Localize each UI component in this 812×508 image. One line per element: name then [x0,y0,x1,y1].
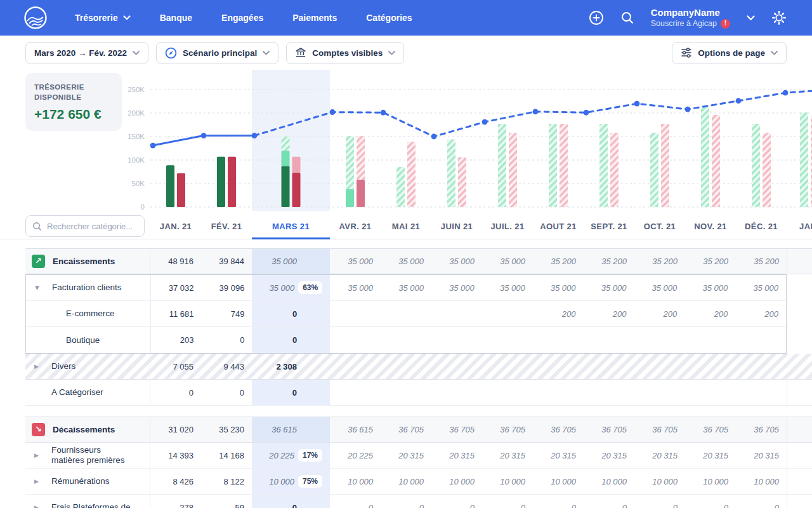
value-cell-fev-21[interactable]: 39 096 [202,275,252,300]
value-cell-avr-21[interactable]: 10 000 [330,469,381,494]
value-cell-avr-21[interactable]: 36 615 [330,417,381,442]
value-cell-d-c-21[interactable]: 36 705 [736,417,787,442]
value-cell-d-c-21[interactable] [736,354,787,379]
value-cell-aout-21[interactable]: 36 705 [533,417,584,442]
chevron-right-icon[interactable]: ▶ [34,478,42,485]
value-cell-jan-21[interactable]: 0 [150,380,201,405]
value-cell-mars-21-selected[interactable]: 0 [252,301,330,326]
menu-item-tresorerie[interactable]: Trésorerie [75,13,131,23]
period-selector[interactable]: Mars 2020 → Fév. 2022 [25,42,148,64]
month-column-sept-21[interactable]: SEPT. 21 [584,213,634,239]
subscribe-link[interactable]: Souscrire à Agicap ! [651,19,730,29]
menu-item-engagees[interactable]: Engagées [221,13,263,23]
value-cell-fev-21[interactable]: 749 [202,301,252,326]
value-cell-juil-21[interactable] [482,301,533,326]
chevron-right-icon[interactable]: ▶ [34,452,42,458]
value-cell-d-c-21[interactable] [736,380,787,405]
scenario-selector[interactable]: Scénario principal [156,42,278,64]
value-cell-mars-21-selected[interactable]: 35 00063% [252,275,330,300]
chevron-down-icon[interactable] [747,15,755,21]
category-label-cell[interactable]: ▼Facturation clients [26,275,151,300]
value-cell-juil-21[interactable]: 36 705 [482,417,533,442]
value-cell-oct-21[interactable]: 20 315 [634,443,685,468]
value-cell-juil-21[interactable] [482,327,533,353]
search-input[interactable] [47,222,136,231]
value-cell-juin-21[interactable]: 36 705 [431,417,482,442]
value-cell-aout-21[interactable]: 0 [533,495,584,508]
value-cell-sept-21[interactable]: 36 705 [584,417,634,442]
value-cell-aout-21[interactable]: 35 200 [533,249,584,274]
value-cell-avr-21[interactable] [330,380,381,405]
value-cell-fev-21[interactable]: 39 844 [201,249,252,274]
month-column-mai-21[interactable]: MAI 21 [381,213,431,239]
value-cell-mai-21[interactable] [381,380,431,405]
value-cell-d-c-21[interactable]: 0 [736,495,787,508]
month-column-juil-21[interactable]: JUIL. 21 [482,213,533,239]
value-cell-sept-21[interactable]: 35 000 [584,275,634,300]
value-cell-juin-21[interactable]: 35 000 [431,249,482,274]
value-cell-juin-21[interactable] [431,301,482,326]
category-label-cell[interactable]: ▶Fournisseurs matières premières [25,443,150,468]
category-label-cell[interactable]: E-commerce [26,301,151,326]
value-cell-sept-21[interactable] [584,354,634,379]
value-cell-avr-21[interactable]: 35 000 [330,275,381,300]
value-cell-mai-21[interactable]: 35 000 [381,249,431,274]
value-cell-oct-21[interactable]: 0 [634,495,685,508]
add-button[interactable] [589,10,604,25]
menu-item-banque[interactable]: Banque [160,13,192,23]
value-cell-avr-21[interactable]: 0 [330,495,381,508]
value-cell-mai-21[interactable] [381,327,431,353]
month-column-juin-21[interactable]: JUIN 21 [431,213,482,239]
value-cell-mars-21-selected[interactable]: 0 [252,327,330,353]
value-cell-juil-21[interactable]: 20 315 [482,443,533,468]
chevron-down-icon[interactable]: ▼ [35,284,43,291]
value-cell-fev-21[interactable]: 14 168 [201,443,252,468]
value-cell-juin-21[interactable]: 20 315 [431,443,482,468]
value-cell-sept-21[interactable]: 35 200 [584,249,634,274]
value-cell-sept-21[interactable]: 200 [584,301,634,326]
value-cell-oct-21[interactable]: 10 000 [634,469,685,494]
value-cell-juil-21[interactable]: 10 000 [482,469,533,494]
value-cell-juin-21[interactable]: 0 [431,495,482,508]
value-cell-d-c-21[interactable]: 200 [735,301,786,326]
value-cell-nov-21[interactable]: 20 315 [685,443,736,468]
menu-item-paiements[interactable]: Paiements [292,13,337,23]
accounts-selector[interactable]: Comptes visibles [286,42,404,64]
value-cell-nov-21[interactable] [684,327,735,353]
value-cell-jan-21[interactable]: 31 020 [150,417,201,442]
category-label-cell[interactable]: ▶Divers [25,354,150,379]
value-cell-fev-21[interactable]: 59 [201,495,252,508]
value-cell-jan-21[interactable]: 11 681 [151,301,202,326]
search-button[interactable] [620,11,634,25]
value-cell-aout-21[interactable] [533,380,584,405]
value-cell-aout-21[interactable]: 20 315 [533,443,584,468]
value-cell-mai-21[interactable]: 20 315 [381,443,431,468]
value-cell-aout-21[interactable]: 35 000 [533,275,584,300]
value-cell-mars-21-selected[interactable]: 2 308 [252,354,330,379]
value-cell-d-c-21[interactable]: 20 315 [736,443,787,468]
value-cell-oct-21[interactable] [634,327,684,353]
value-cell-d-c-21[interactable]: 35 000 [735,275,786,300]
category-label-cell[interactable]: ↗Encaissements [25,249,150,274]
month-column-jan[interactable]: JAN [787,213,812,239]
value-cell-fev-21[interactable]: 8 122 [201,469,252,494]
value-cell-d-c-21[interactable]: 10 000 [736,469,787,494]
value-cell-nov-21[interactable]: 35 000 [684,275,735,300]
value-cell-mars-21-selected[interactable]: 20 22517% [252,443,330,468]
value-cell-nov-21[interactable]: 0 [685,495,736,508]
value-cell-nov-21[interactable]: 35 200 [685,249,736,274]
value-cell-nov-21[interactable]: 36 705 [685,417,736,442]
category-search[interactable] [25,215,145,237]
value-cell-jan-21[interactable]: 48 916 [150,249,201,274]
value-cell-d-c-21[interactable] [735,327,786,353]
value-cell-avr-21[interactable] [330,354,381,379]
chevron-right-icon[interactable]: ▶ [34,363,42,370]
value-cell-mai-21[interactable] [381,354,431,379]
month-column-jan-21[interactable]: JAN. 21 [150,213,201,239]
category-label-cell[interactable]: A Catégoriser [25,380,150,405]
value-cell-aout-21[interactable]: 200 [533,301,584,326]
value-cell-oct-21[interactable]: 36 705 [634,417,685,442]
value-cell-nov-21[interactable]: 200 [684,301,735,326]
company-switcher[interactable]: CompanyName Souscrire à Agicap ! [651,7,730,29]
value-cell-avr-21[interactable] [330,301,381,326]
